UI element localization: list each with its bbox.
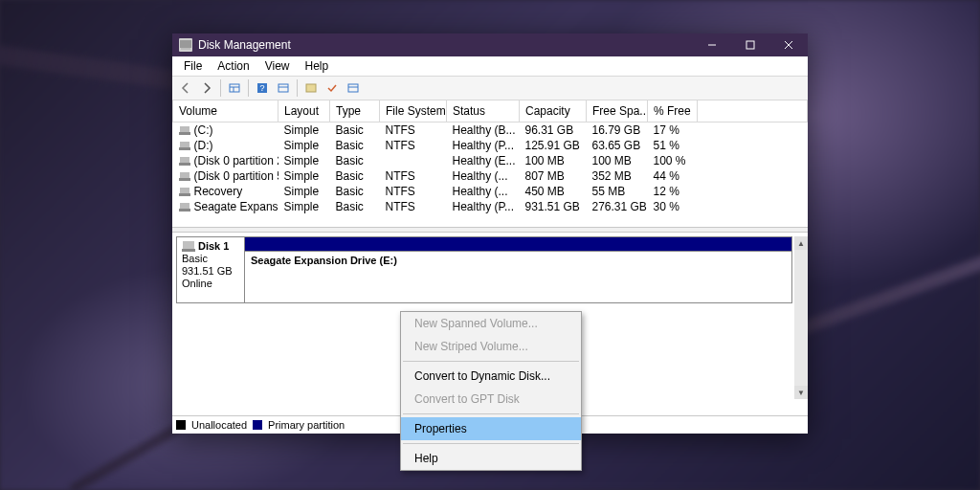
toolbar: ? xyxy=(172,77,808,100)
menu-action[interactable]: Action xyxy=(210,57,256,75)
disk-1-info: Disk 1 Basic 931.51 GB Online xyxy=(177,237,245,302)
table-row[interactable]: (Disk 0 partition 2)SimpleBasicHealthy (… xyxy=(173,153,808,168)
col-type[interactable]: Type xyxy=(330,100,380,122)
svg-rect-1 xyxy=(230,84,239,92)
app-icon xyxy=(179,38,192,52)
volume-block[interactable]: Seagate Expansion Drive (E:) xyxy=(245,251,791,302)
table-row[interactable]: RecoverySimpleBasicNTFSHealthy (...450 M… xyxy=(173,184,808,199)
disk-management-window: Disk Management File Action View Help ? … xyxy=(172,33,808,434)
menubar: File Action View Help xyxy=(172,56,808,77)
minimize-button[interactable] xyxy=(693,33,731,56)
menu-convert-dynamic[interactable]: Convert to Dynamic Disk... xyxy=(401,365,581,388)
volume-icon xyxy=(179,187,190,196)
window-title: Disk Management xyxy=(198,38,693,52)
table-row[interactable]: (Disk 0 partition 5)SimpleBasicNTFSHealt… xyxy=(173,168,808,184)
menu-help[interactable]: Help xyxy=(401,447,581,470)
disk-icon xyxy=(182,240,195,252)
table-row[interactable]: (D:)SimpleBasicNTFSHealthy (P...125.91 G… xyxy=(173,138,808,153)
table-row[interactable]: (C:)SimpleBasicNTFSHealthy (B...96.31 GB… xyxy=(173,122,808,139)
swatch-primary xyxy=(253,420,262,430)
disk-status: Online xyxy=(182,278,239,290)
svg-rect-5 xyxy=(306,84,316,92)
volume-icon xyxy=(179,141,190,150)
scroll-up-icon[interactable]: ▲ xyxy=(794,236,808,250)
context-menu: New Spanned Volume... New Striped Volume… xyxy=(400,311,582,471)
forward-button[interactable] xyxy=(197,78,216,98)
menu-view[interactable]: View xyxy=(257,57,298,75)
swatch-unallocated xyxy=(176,420,186,430)
menu-help[interactable]: Help xyxy=(298,57,337,75)
menu-new-spanned: New Spanned Volume... xyxy=(401,312,581,335)
volume-icon xyxy=(179,125,190,135)
svg-rect-6 xyxy=(348,84,358,92)
svg-rect-4 xyxy=(278,84,288,92)
menu-new-striped: New Striped Volume... xyxy=(401,335,581,358)
scroll-down-icon[interactable]: ▼ xyxy=(794,386,808,399)
svg-text:?: ? xyxy=(259,83,264,93)
menu-convert-gpt: Convert to GPT Disk xyxy=(401,388,581,411)
col-volume[interactable]: Volume xyxy=(173,100,278,122)
legend-unallocated: Unallocated xyxy=(191,419,247,431)
menu-file[interactable]: File xyxy=(176,57,210,75)
volume-table[interactable]: Volume Layout Type File System Status Ca… xyxy=(172,100,808,227)
titlebar[interactable]: Disk Management xyxy=(172,33,808,56)
list-button[interactable] xyxy=(344,78,363,98)
col-free[interactable]: Free Spa... xyxy=(587,100,648,122)
volume-icon xyxy=(179,156,190,166)
svg-rect-0 xyxy=(746,41,754,49)
col-status[interactable]: Status xyxy=(447,100,520,122)
menu-properties[interactable]: Properties xyxy=(401,417,581,440)
settings-button[interactable] xyxy=(301,78,321,98)
disk-type: Basic xyxy=(182,253,239,265)
close-button[interactable] xyxy=(769,33,808,56)
disk-header-bar xyxy=(245,237,791,251)
disk-label: Disk 1 xyxy=(198,240,229,252)
refresh-button[interactable] xyxy=(274,78,293,98)
table-row[interactable]: Seagate Expansion...SimpleBasicNTFSHealt… xyxy=(173,199,808,214)
volume-icon xyxy=(179,202,190,212)
help-button[interactable]: ? xyxy=(253,78,272,98)
col-capacity[interactable]: Capacity xyxy=(520,100,587,122)
disk-size: 931.51 GB xyxy=(182,265,239,278)
rescan-button[interactable] xyxy=(323,78,342,98)
view-panes-button[interactable] xyxy=(225,78,244,98)
back-button[interactable] xyxy=(176,78,195,98)
legend-primary: Primary partition xyxy=(268,419,345,431)
scrollbar[interactable]: ▲ ▼ xyxy=(794,236,808,399)
maximize-button[interactable] xyxy=(731,33,769,56)
volume-icon xyxy=(179,171,190,181)
disk-1-row[interactable]: Disk 1 Basic 931.51 GB Online Seagate Ex… xyxy=(176,236,792,303)
col-layout[interactable]: Layout xyxy=(278,100,330,122)
col-fs[interactable]: File System xyxy=(380,100,447,122)
col-pct[interactable]: % Free xyxy=(648,100,698,122)
